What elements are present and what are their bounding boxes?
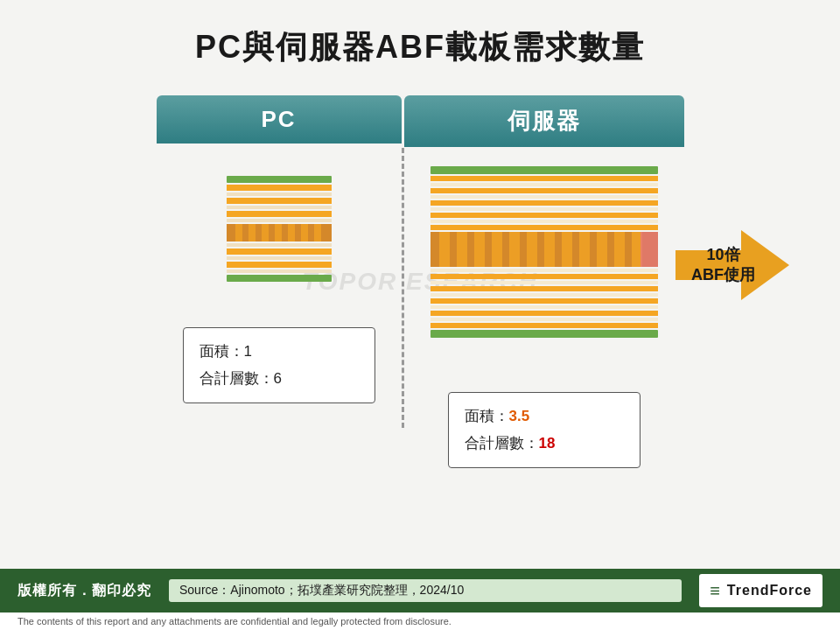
svg-rect-24 (430, 188, 658, 193)
arrow-text: 10倍 ABF使用 (691, 245, 755, 286)
svg-rect-30 (430, 225, 658, 230)
pc-column: PC (157, 95, 402, 403)
svg-rect-51 (430, 311, 658, 316)
main-content: PC與伺服器ABF載板需求數量 TOPOR ESEARCH PC (0, 0, 840, 569)
svg-rect-10 (262, 224, 269, 242)
svg-rect-38 (544, 232, 555, 267)
svg-rect-28 (430, 213, 658, 218)
arrow-text-wrapper: 10倍 ABF使用 (676, 226, 789, 304)
server-info-box: 面積：3.5 合計層數：18 (448, 392, 640, 468)
svg-rect-4 (227, 206, 332, 209)
svg-rect-52 (430, 318, 658, 321)
svg-rect-1 (227, 185, 332, 191)
server-header: 伺服器 (404, 95, 684, 147)
pc-info-box: 面積：1 合計層數：6 (183, 327, 375, 403)
svg-rect-12 (288, 224, 295, 242)
svg-rect-45 (430, 274, 658, 279)
svg-rect-6 (227, 219, 332, 222)
source-text: Source：Ajinomoto；拓墣產業研究院整理，2024/10 (169, 579, 682, 602)
server-chip-svg (426, 164, 662, 366)
svg-rect-40 (579, 232, 590, 267)
svg-rect-15 (227, 243, 332, 247)
copyright-text: 版權所有．翻印必究 (18, 582, 151, 600)
logo-area: ≡ TrendForce (699, 574, 822, 607)
svg-rect-32 (439, 232, 450, 267)
svg-rect-25 (430, 195, 658, 199)
svg-rect-47 (430, 286, 658, 291)
svg-rect-39 (562, 232, 572, 267)
svg-rect-23 (430, 183, 658, 186)
svg-rect-11 (275, 224, 282, 242)
pc-chip-area (157, 144, 402, 318)
pc-layers-row: 合計層數：6 (200, 366, 359, 393)
slide-title: PC與伺服器ABF載板需求數量 (195, 26, 645, 69)
svg-rect-13 (301, 224, 308, 242)
pc-chip-svg (222, 174, 336, 288)
logo-text: TrendForce (727, 583, 812, 598)
pc-chip (222, 174, 336, 288)
bottom-bar: 版權所有．翻印必究 Source：Ajinomoto；拓墣產業研究院整理，202… (0, 569, 840, 612)
svg-rect-3 (227, 198, 332, 204)
diagram-wrapper: TOPOR ESEARCH PC (157, 95, 684, 468)
svg-rect-18 (227, 262, 332, 268)
svg-rect-35 (492, 232, 502, 267)
svg-rect-54 (640, 232, 658, 267)
svg-rect-34 (474, 232, 485, 267)
svg-rect-44 (430, 269, 658, 272)
svg-rect-22 (430, 176, 658, 181)
server-column: 伺服器 (404, 95, 684, 468)
svg-rect-53 (430, 323, 658, 328)
svg-rect-2 (227, 192, 332, 196)
svg-rect-27 (430, 207, 658, 211)
arrow-line2: ABF使用 (691, 265, 755, 285)
server-area-row: 面積：3.5 (465, 403, 624, 430)
arrow-line1: 10倍 (691, 245, 755, 265)
svg-rect-14 (314, 224, 321, 242)
svg-rect-50 (430, 305, 658, 309)
server-chip-area: 10倍 ABF使用 (404, 147, 684, 383)
svg-rect-9 (248, 224, 256, 242)
svg-rect-41 (597, 232, 607, 267)
svg-rect-46 (430, 281, 658, 284)
svg-rect-48 (430, 293, 658, 297)
svg-rect-36 (509, 232, 520, 267)
server-chip: 10倍 ABF使用 (426, 164, 662, 366)
svg-rect-29 (430, 220, 658, 223)
svg-rect-5 (227, 211, 332, 217)
pc-header: PC (157, 95, 402, 144)
arrow-container: 10倍 ABF使用 (676, 226, 789, 304)
disclaimer: The contents of this report and any atta… (0, 612, 840, 630)
svg-rect-33 (457, 232, 467, 267)
svg-rect-37 (527, 232, 537, 267)
svg-rect-16 (227, 248, 332, 255)
svg-rect-55 (430, 330, 658, 338)
svg-rect-19 (227, 270, 332, 273)
pc-area-row: 面積：1 (200, 339, 359, 366)
svg-rect-49 (430, 298, 658, 304)
svg-rect-21 (430, 166, 658, 174)
svg-rect-17 (227, 256, 332, 260)
svg-rect-26 (430, 200, 658, 206)
svg-rect-20 (227, 275, 332, 282)
slide-container: PC與伺服器ABF載板需求數量 TOPOR ESEARCH PC (0, 0, 840, 630)
server-layers-row: 合計層數：18 (465, 430, 624, 458)
svg-rect-0 (227, 176, 332, 183)
logo-icon: ≡ (710, 581, 720, 601)
svg-rect-8 (235, 224, 242, 242)
svg-rect-42 (614, 232, 625, 267)
